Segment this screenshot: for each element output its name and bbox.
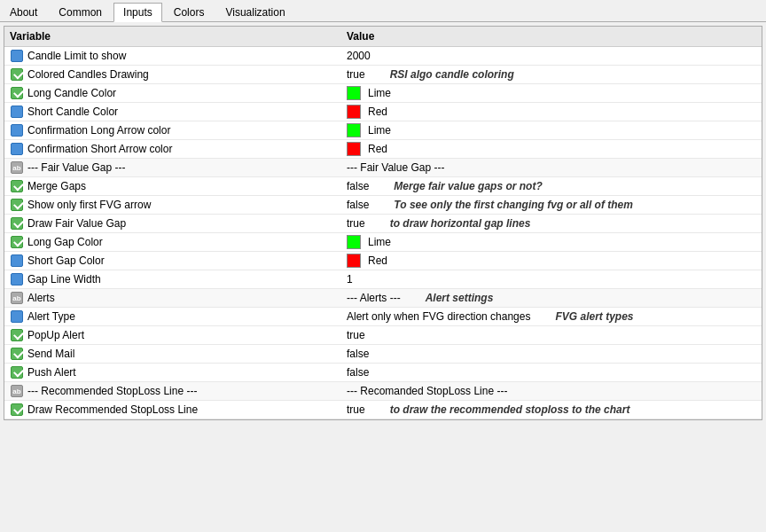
value-col: Lime <box>347 86 756 100</box>
tab-colors[interactable]: Colors <box>164 3 215 21</box>
table-row[interactable]: ab--- Recommended StopLoss Line ------ R… <box>4 382 762 401</box>
variable-label: Alerts <box>27 292 55 304</box>
tab-visualization[interactable]: Visualization <box>215 3 294 21</box>
table-row[interactable]: Gap Line Width1 <box>4 270 762 289</box>
header-variable: Variable <box>10 30 347 43</box>
variable-col: Gap Line Width <box>10 272 347 286</box>
value-col: trueRSI algo candle coloring <box>347 68 756 81</box>
table-row[interactable]: Confirmation Short Arrow colorRed <box>4 140 762 159</box>
note-text: Alert settings <box>426 292 494 304</box>
tab-common[interactable]: Common <box>49 3 112 21</box>
table-header: Variable Value <box>4 27 762 47</box>
table-row[interactable]: PopUp Alerttrue <box>4 326 762 345</box>
note-text: to draw horizontal gap lines <box>390 217 531 230</box>
value-text: Red <box>368 106 387 118</box>
value-text: true <box>347 403 365 416</box>
table-row[interactable]: abAlerts--- Alerts ---Alert settings <box>4 289 762 308</box>
variable-col: Candle Limit to show <box>10 49 347 63</box>
value-col: Alert only when FVG direction changesFVG… <box>347 310 756 323</box>
color-box[interactable] <box>347 105 361 119</box>
row-icon <box>10 123 24 137</box>
variable-col: Draw Fair Value Gap <box>10 216 347 231</box>
value-text: 2000 <box>347 50 371 62</box>
value-col: Lime <box>347 235 756 249</box>
variable-label: Confirmation Short Arrow color <box>27 143 172 155</box>
note-text: To see only the first changing fvg or al… <box>394 199 633 211</box>
color-box[interactable] <box>347 254 361 268</box>
table-row[interactable]: Draw Recommended StopLoss Linetrueto dra… <box>4 401 762 419</box>
variable-label: Merge Gaps <box>27 180 86 192</box>
row-icon <box>10 179 24 193</box>
variable-label: Long Gap Color <box>27 236 103 248</box>
variable-col: Send Mail <box>10 347 347 361</box>
tab-inputs[interactable]: Inputs <box>113 3 162 22</box>
value-text: Alert only when FVG direction changes <box>347 310 530 323</box>
table-row[interactable]: Short Candle ColorRed <box>4 103 762 121</box>
color-box[interactable] <box>347 235 361 249</box>
variable-label: Push Alert <box>27 366 76 379</box>
row-icon <box>10 365 24 379</box>
value-text: --- Recomanded StopLoss Line --- <box>347 385 507 397</box>
variable-label: Short Candle Color <box>27 106 118 118</box>
variable-col: Merge Gaps <box>10 179 347 193</box>
row-icon <box>10 105 24 119</box>
variable-label: Colored Candles Drawing <box>27 68 149 81</box>
rows-container: Candle Limit to show2000Colored Candles … <box>4 47 762 419</box>
row-icon <box>10 49 24 63</box>
note-text: Merge fair value gaps or not? <box>394 180 542 192</box>
value-text: false <box>347 348 369 360</box>
row-icon <box>10 67 24 82</box>
value-col: 2000 <box>347 50 756 62</box>
table-row[interactable]: Alert TypeAlert only when FVG direction … <box>4 308 762 326</box>
value-text: false <box>347 180 369 192</box>
table-row[interactable]: Candle Limit to show2000 <box>4 47 762 66</box>
variable-col: Push Alert <box>10 365 347 379</box>
variable-col: ab--- Fair Value Gap --- <box>10 160 347 175</box>
variable-label: --- Recommended StopLoss Line --- <box>27 385 197 397</box>
table-row[interactable]: Show only first FVG arrowfalseTo see onl… <box>4 196 762 215</box>
variable-col: ab--- Recommended StopLoss Line --- <box>10 384 347 398</box>
value-col: 1 <box>347 273 756 286</box>
variable-label: Confirmation Long Arrow color <box>27 124 170 137</box>
color-box[interactable] <box>347 123 361 137</box>
variable-label: Gap Line Width <box>27 273 101 286</box>
value-text: true <box>347 68 365 81</box>
table-row[interactable]: Long Gap ColorLime <box>4 233 762 252</box>
variable-label: Draw Fair Value Gap <box>27 217 126 230</box>
table-row[interactable]: Colored Candles DrawingtrueRSI algo cand… <box>4 66 762 84</box>
table-row[interactable]: Long Candle ColorLime <box>4 84 762 103</box>
header-value: Value <box>347 30 756 43</box>
variable-label: Draw Recommended StopLoss Line <box>27 403 198 416</box>
value-col: --- Recomanded StopLoss Line --- <box>347 385 756 397</box>
row-icon <box>10 254 24 268</box>
value-col: trueto draw the recommended stoploss to … <box>347 403 756 416</box>
row-icon <box>10 328 24 342</box>
table-row[interactable]: Confirmation Long Arrow colorLime <box>4 121 762 140</box>
variable-label: Alert Type <box>27 310 75 323</box>
table-row[interactable]: Push Alertfalse <box>4 364 762 382</box>
row-icon <box>10 272 24 286</box>
color-box[interactable] <box>347 142 361 156</box>
value-text: true <box>347 329 365 341</box>
row-icon: ab <box>10 160 24 175</box>
tab-about[interactable]: About <box>0 3 47 21</box>
variable-col: Confirmation Short Arrow color <box>10 142 347 156</box>
variable-col: Colored Candles Drawing <box>10 67 347 82</box>
value-text: Red <box>368 254 387 267</box>
value-text: Red <box>368 143 387 155</box>
color-box[interactable] <box>347 86 361 100</box>
value-col: falseMerge fair value gaps or not? <box>347 180 756 192</box>
note-text: RSI algo candle coloring <box>390 68 514 81</box>
table-row[interactable]: Short Gap ColorRed <box>4 252 762 270</box>
variable-label: PopUp Alert <box>27 329 84 341</box>
row-icon <box>10 216 24 231</box>
variable-col: Alert Type <box>10 309 347 324</box>
variable-col: Short Gap Color <box>10 254 347 268</box>
table-row[interactable]: Send Mailfalse <box>4 345 762 364</box>
variable-col: Short Candle Color <box>10 105 347 119</box>
value-col: trueto draw horizontal gap lines <box>347 217 756 230</box>
table-row[interactable]: Merge GapsfalseMerge fair value gaps or … <box>4 177 762 196</box>
table-row[interactable]: Draw Fair Value Gaptrueto draw horizonta… <box>4 215 762 233</box>
row-icon: ab <box>10 384 24 398</box>
table-row[interactable]: ab--- Fair Value Gap ------ Fair Value G… <box>4 159 762 177</box>
